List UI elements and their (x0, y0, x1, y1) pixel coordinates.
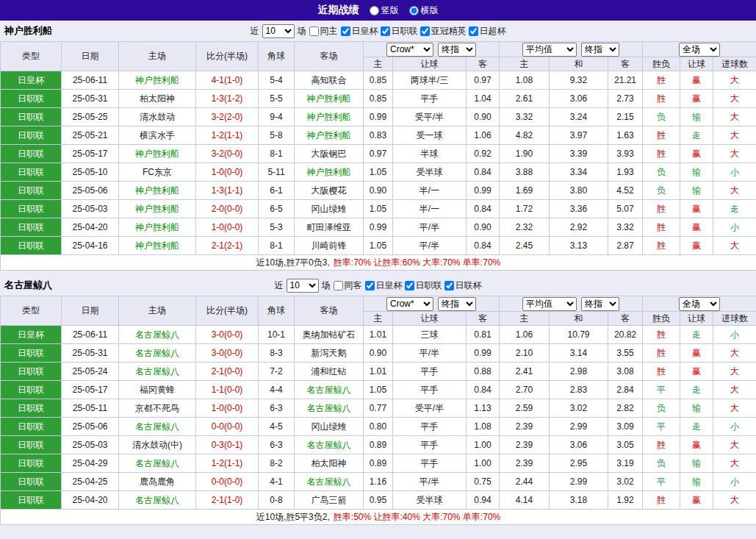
result-outcome: 胜 (643, 491, 680, 510)
away-team[interactable]: 神户胜利船 (295, 163, 364, 182)
competition-checkbox[interactable] (381, 26, 390, 36)
away-team[interactable]: 高知联合 (295, 71, 364, 90)
competition-checkbox[interactable] (341, 26, 350, 36)
away-team[interactable]: 神户胜利船 (295, 126, 364, 145)
away-team[interactable]: 町田泽维亚 (295, 218, 364, 237)
avg-away: 3.05 (608, 436, 643, 454)
away-team[interactable]: 冈山绿雉 (295, 200, 364, 218)
away-team[interactable]: 名古屋鲸八 (295, 381, 364, 399)
avg-stage-select[interactable]: 终指 (581, 297, 619, 311)
home-team[interactable]: 神户胜利船 (119, 237, 196, 255)
avg-stage-select[interactable]: 终指 (581, 43, 619, 57)
competition-checkbox[interactable] (405, 281, 414, 290)
away-team[interactable]: 名古屋鲸八 (295, 473, 364, 491)
match-date: 25-05-31 (62, 90, 119, 108)
competition-filter[interactable]: 日皇杯 (365, 279, 403, 292)
score: 1-1(0-0) (196, 381, 259, 399)
home-team[interactable]: FC东京 (119, 163, 196, 182)
layout-option-vertical[interactable]: 竖版 (370, 4, 399, 17)
competition-label: 日职联 (392, 25, 418, 38)
home-team[interactable]: 名古屋鲸八 (119, 418, 196, 436)
home-team[interactable]: 神户胜利船 (119, 145, 196, 163)
same-venue-checkbox[interactable] (334, 281, 343, 290)
same-venue-checkbox[interactable] (309, 26, 319, 36)
subcol-avg-draw: 和 (550, 312, 608, 326)
home-team[interactable]: 清水鼓动 (119, 108, 196, 126)
result-goals: 大 (713, 182, 756, 200)
result-goals: 大 (713, 126, 756, 145)
home-team[interactable]: 柏太阳神 (119, 90, 196, 108)
competition-checkbox[interactable] (444, 281, 454, 290)
odds-stage-select[interactable]: 终指 (438, 43, 476, 57)
table-row: 日职联 25-05-06 名古屋鲸八 0-0(0-0) 4-5 冈山绿雉 0.8… (1, 418, 756, 436)
competition-filter[interactable]: 日职联 (381, 25, 418, 38)
rounds-select[interactable]: 10 (262, 24, 295, 38)
home-team[interactable]: 名古屋鲸八 (119, 491, 196, 510)
score: 0-0(0-0) (196, 418, 259, 436)
horizontal-radio[interactable] (409, 6, 419, 15)
away-team[interactable]: 冈山绿雉 (295, 418, 364, 436)
competition-filter[interactable]: 亚冠精英 (420, 25, 467, 38)
home-team[interactable]: 名古屋鲸八 (119, 326, 196, 344)
home-team[interactable]: 神户胜利船 (119, 200, 196, 218)
summary-record: 近10场,胜5平3负2, (256, 512, 330, 522)
average-select[interactable]: 平均值 (522, 43, 577, 57)
home-team[interactable]: 福冈黄蜂 (119, 381, 196, 399)
odds-home: 0.85 (364, 71, 393, 90)
scope-select[interactable]: 全场 (679, 297, 720, 311)
away-team[interactable]: 神户胜利船 (295, 90, 364, 108)
average-select[interactable]: 平均值 (522, 297, 577, 311)
top-bar: 近期战绩 竖版 横版 (0, 0, 756, 21)
result-goals: 大 (713, 454, 756, 473)
competition-filter[interactable]: 日职联 (405, 279, 442, 292)
competition-filter[interactable]: 日皇杯 (341, 25, 378, 38)
home-team[interactable]: 名古屋鲸八 (119, 344, 196, 363)
competition-type: 日职联 (1, 491, 62, 510)
result-handicap: 赢 (680, 491, 713, 510)
same-venue-filter[interactable]: 同主 (309, 25, 338, 38)
home-team[interactable]: 神户胜利船 (119, 182, 196, 200)
away-team[interactable]: 名古屋鲸八 (295, 399, 364, 418)
home-team[interactable]: 横滨水手 (119, 126, 196, 145)
corners: 7-2 (259, 363, 295, 381)
away-team[interactable]: 奥纳加钴矿石 (295, 326, 364, 344)
home-team[interactable]: 神户胜利船 (119, 71, 196, 90)
home-team[interactable]: 名古屋鲸八 (119, 454, 196, 473)
handicap-line: 三球 (393, 326, 467, 344)
home-team[interactable]: 鹿岛鹿角 (119, 473, 196, 491)
table-row: 日职联 25-05-11 京都不死鸟 1-0(0-0) 6-3 名古屋鲸八 0.… (1, 399, 756, 418)
table-row: 日职联 25-04-20 神户胜利船 1-0(0-0) 5-3 町田泽维亚 0.… (1, 218, 756, 237)
competition-checkbox[interactable] (469, 26, 478, 36)
away-team[interactable]: 柏太阳神 (295, 454, 364, 473)
away-team[interactable]: 大阪樱花 (295, 182, 364, 200)
home-team[interactable]: 神户胜利船 (119, 218, 196, 237)
competition-filter[interactable]: 日超杯 (469, 25, 506, 38)
home-team[interactable]: 清水鼓动(中) (119, 436, 196, 454)
scope-select[interactable]: 全场 (679, 43, 720, 57)
home-team[interactable]: 京都不死鸟 (119, 399, 196, 418)
same-venue-filter[interactable]: 同客 (334, 279, 362, 292)
vertical-radio[interactable] (370, 6, 379, 15)
layout-option-horizontal[interactable]: 横版 (409, 4, 439, 17)
home-team[interactable]: 名古屋鲸八 (119, 363, 196, 381)
competition-checkbox[interactable] (420, 26, 430, 36)
odds-stage-select[interactable]: 终指 (438, 297, 476, 311)
away-team[interactable]: 神户胜利船 (295, 108, 364, 126)
away-team[interactable]: 大阪钢巴 (295, 145, 364, 163)
score: 4-1(1-0) (196, 71, 259, 90)
away-team[interactable]: 名古屋鲸八 (295, 436, 364, 454)
avg-draw: 3.97 (550, 126, 608, 145)
rounds-select[interactable]: 10 (287, 279, 319, 293)
bookmaker-select[interactable]: Crow* (386, 297, 433, 311)
away-team[interactable]: 广岛三箭 (295, 491, 364, 510)
competition-filter[interactable]: 日联杯 (444, 279, 482, 292)
score: 1-0(0-0) (196, 163, 259, 182)
away-team[interactable]: 浦和红钻 (295, 363, 364, 381)
bookmaker-select[interactable]: Crow* (386, 43, 433, 57)
away-team[interactable]: 川崎前锋 (295, 237, 364, 255)
competition-checkbox[interactable] (365, 281, 375, 290)
away-team[interactable]: 新泻天鹅 (295, 344, 364, 363)
odds-away: 0.88 (467, 363, 500, 381)
result-goals: 小 (713, 163, 756, 182)
score: 2-0(0-0) (196, 200, 259, 218)
